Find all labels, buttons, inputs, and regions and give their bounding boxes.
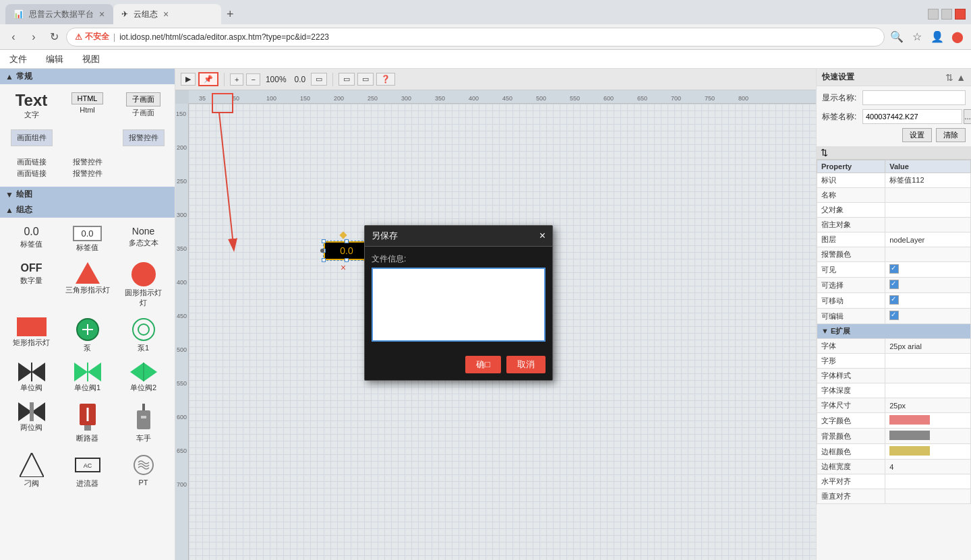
minus-tool[interactable]: −	[246, 73, 260, 86]
rect-tool[interactable]: ▭	[311, 73, 327, 86]
prop-name-val[interactable]	[885, 188, 971, 203]
prop-valign-val[interactable]	[885, 489, 971, 504]
section-regular[interactable]: ▲ 常规	[0, 69, 175, 84]
movable-checkbox[interactable]	[889, 295, 899, 305]
prop-layer-val[interactable]: nodeLayer	[885, 232, 971, 247]
account-icon[interactable]: 👤	[929, 29, 945, 45]
component-diaovalve[interactable]: 刁阀	[5, 450, 57, 491]
prop-fontdepth-val[interactable]	[885, 383, 971, 398]
huamian-btn[interactable]: 画面组件	[11, 129, 53, 146]
component-baojing2[interactable]: 报警控件 报警控件	[61, 154, 113, 181]
prop-halign-val[interactable]	[885, 474, 971, 489]
section-drawing[interactable]: ▼ 绘图	[0, 187, 175, 202]
component-valve1[interactable]: 单位阀1	[61, 360, 113, 396]
quick-settings-expand-icon[interactable]: ▲	[956, 72, 966, 83]
properties-sort-icon[interactable]: ⇅	[821, 148, 828, 158]
prop-movable-val[interactable]	[885, 293, 971, 309]
component-baojing[interactable]: 报警控件	[117, 127, 169, 150]
back-button[interactable]: ‹	[5, 29, 22, 45]
component-pump[interactable]: 泵	[61, 315, 113, 356]
tool-c[interactable]: ❓	[376, 73, 395, 86]
component-breaker[interactable]: 断路器	[61, 400, 113, 446]
display-name-input[interactable]	[862, 90, 966, 105]
prop-selectable-val[interactable]	[885, 278, 971, 293]
tab-siyun-close[interactable]: ×	[99, 9, 105, 20]
section-config[interactable]: ▲ 组态	[0, 202, 175, 218]
menu-edit[interactable]: 编辑	[42, 52, 67, 67]
component-html[interactable]: HTML Html	[61, 90, 113, 123]
tab-siyun[interactable]: 📊 思普云大数据平台 ×	[5, 4, 113, 24]
address-bar[interactable]: ⚠ 不安全 | iot.idosp.net/html/scada/editor.…	[66, 28, 885, 46]
menu-file[interactable]: 文件	[5, 52, 31, 67]
tab-yunzutai-close[interactable]: ×	[163, 9, 169, 20]
component-tagval2[interactable]: 0.0 标签值	[61, 223, 113, 255]
selectable-checkbox[interactable]	[889, 280, 899, 289]
component-tagval[interactable]: 0.0 标签值	[5, 223, 57, 255]
prop-fontstyle2-val[interactable]	[885, 369, 971, 383]
prop-host-val[interactable]	[885, 218, 971, 232]
prop-fontsize-val[interactable]: 25px	[885, 398, 971, 413]
component-link[interactable]: 画面链接 画面链接	[5, 154, 57, 181]
component-carhand[interactable]: 车手	[117, 400, 169, 446]
component-triangle-light[interactable]: 三角形指示灯	[61, 259, 113, 311]
add-tool[interactable]: +	[230, 73, 243, 86]
component-pt[interactable]: PT	[117, 450, 169, 491]
quick-settings-clear-btn[interactable]: 清除	[936, 128, 966, 142]
prop-editable-val[interactable]	[885, 309, 971, 324]
html-btn[interactable]: HTML	[71, 92, 104, 104]
quick-settings-scroll-icon[interactable]: ⇅	[945, 72, 953, 83]
dialog-close-btn[interactable]: ×	[539, 230, 546, 241]
quick-settings-set-btn[interactable]: 设置	[902, 128, 932, 142]
prop-visible-val[interactable]	[885, 262, 971, 278]
zhuamian-btn[interactable]: 子画面	[126, 92, 160, 106]
tool-b[interactable]: ▭	[357, 73, 374, 86]
component-huamian[interactable]: 画面组件	[5, 127, 57, 150]
border-color-swatch[interactable]	[889, 446, 930, 456]
component-valve2[interactable]: 单位阀2	[117, 360, 169, 396]
baojing-btn[interactable]: 报警控件	[123, 129, 165, 146]
window-close[interactable]	[955, 9, 966, 20]
prop-fontstyle-val[interactable]	[885, 354, 971, 369]
prop-borderwidth-val[interactable]: 4	[885, 460, 971, 474]
search-icon[interactable]: 🔍	[889, 29, 905, 45]
dialog-confirm-btn[interactable]: 确□	[465, 356, 501, 373]
tag-name-input[interactable]	[862, 109, 962, 124]
prop-textcolor-val[interactable]	[885, 413, 971, 429]
extension-icon[interactable]: ⬤	[949, 29, 966, 45]
visible-checkbox[interactable]	[889, 264, 899, 274]
component-rect-light[interactable]: 矩形指示灯	[5, 315, 57, 356]
window-maximize[interactable]	[941, 9, 952, 20]
forward-button[interactable]: ›	[26, 29, 42, 45]
prop-identifier-val[interactable]: 标签值112	[885, 173, 971, 188]
prop-alarm-color-val[interactable]	[885, 247, 971, 262]
component-digital[interactable]: OFF 数字量	[5, 259, 57, 311]
prop-font-val[interactable]: 25px arial	[885, 339, 971, 354]
component-twopos-valve[interactable]: 两位阀	[5, 400, 57, 446]
component-text[interactable]: Text 文字	[5, 90, 57, 123]
reload-button[interactable]: ↻	[46, 29, 62, 45]
component-pump1[interactable]: 泵1	[117, 315, 169, 356]
editable-checkbox[interactable]	[889, 311, 899, 320]
prop-bordercolor-val[interactable]	[885, 444, 971, 460]
bookmark-icon[interactable]: ☆	[909, 29, 925, 45]
component-circle-light[interactable]: 圆形指示灯 灯	[117, 259, 169, 311]
dialog-cancel-btn[interactable]: 取消	[506, 356, 546, 373]
menu-view[interactable]: 视图	[78, 52, 104, 67]
window-minimize[interactable]	[928, 9, 939, 20]
bg-color-swatch[interactable]	[889, 431, 930, 440]
tool-a[interactable]: ▭	[339, 73, 355, 86]
extension-expand-icon[interactable]: ▼	[821, 327, 829, 335]
dialog-file-info-textarea[interactable]	[372, 268, 546, 342]
tag-name-browse-btn[interactable]: …	[964, 109, 971, 124]
prop-bgcolor-val[interactable]	[885, 429, 971, 444]
component-multitext[interactable]: None 多态文本	[117, 223, 169, 255]
component-jinliu[interactable]: AC 进流器	[61, 450, 113, 491]
component-zhuamian[interactable]: 子画面 子画面	[117, 90, 169, 123]
tab-yunzutai[interactable]: ✈ 云组态 ×	[113, 4, 221, 24]
cursor-tool[interactable]: ▶	[181, 73, 196, 86]
new-tab-button[interactable]: +	[227, 7, 234, 22]
prop-parent-val[interactable]	[885, 203, 971, 218]
text-color-swatch[interactable]	[889, 415, 930, 425]
tagval2-btn[interactable]: 0.0	[73, 226, 101, 241]
pin-tool[interactable]: 📌	[198, 72, 218, 86]
